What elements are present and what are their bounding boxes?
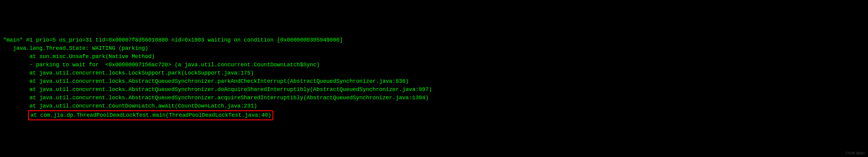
watermark: CSDN @pbx — [846, 151, 865, 156]
stack-trace-line: at java.util.concurrent.locks.AbstractQu… — [3, 78, 409, 84]
stack-trace-line: at sun.misc.Unsafe.park(Native Method) — [3, 54, 155, 60]
thread-header: "main" #1 prio=5 os_prio=31 tid=0x00007f… — [3, 37, 343, 43]
highlighted-prefix — [3, 112, 29, 118]
stack-trace-line: - parking to wait for <0x00000007156ac72… — [3, 62, 320, 68]
thread-dump-output: "main" #1 prio=5 os_prio=31 tid=0x00007f… — [3, 36, 865, 120]
stack-trace-line: at java.util.concurrent.locks.LockSuppor… — [3, 70, 254, 76]
highlighted-stack-line: at com.jia.dp.ThreadPoolDeadLockTest.mai… — [28, 110, 273, 120]
stack-trace-line: at java.util.concurrent.locks.AbstractQu… — [3, 95, 429, 101]
stack-trace-line: at java.util.concurrent.CountDownLatch.a… — [3, 103, 257, 109]
thread-state: java.lang.Thread.State: WAITING (parking… — [3, 45, 148, 51]
stack-trace-line: at java.util.concurrent.locks.AbstractQu… — [3, 87, 432, 93]
